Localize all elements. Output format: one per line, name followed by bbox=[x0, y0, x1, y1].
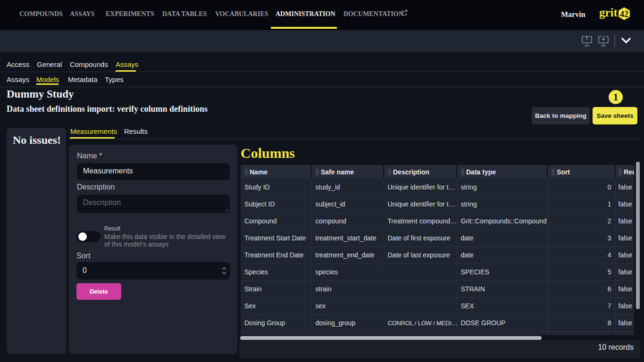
svg-text:42: 42 bbox=[620, 9, 628, 19]
